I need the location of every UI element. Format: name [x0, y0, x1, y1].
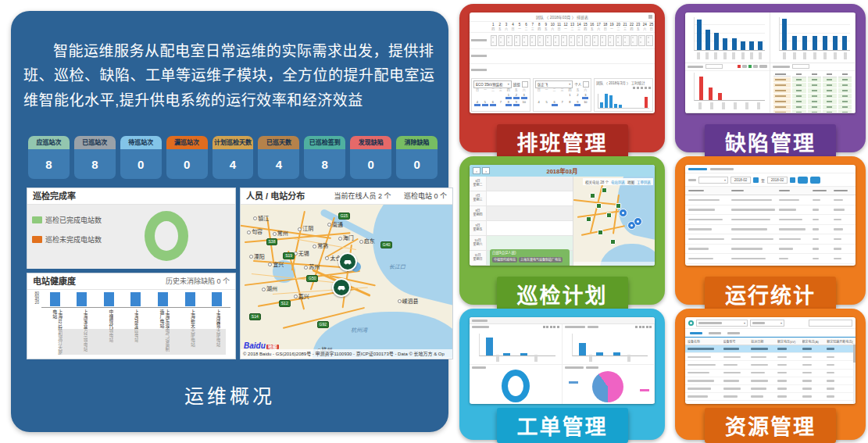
calendar-day: 3六 — [503, 22, 509, 32]
tile-plan[interactable]: ‹ › 2018年03月 6日星期二7日星期三8日星期四9日星期五10日星期六1… — [459, 156, 665, 305]
defect-screenshot — [685, 13, 855, 113]
chart-bar — [749, 41, 754, 50]
car-icon — [343, 257, 352, 266]
tab-map[interactable]: 地图 — [627, 180, 634, 184]
tile-workorder[interactable]: 工单管理 — [459, 309, 665, 440]
datazoom-band[interactable] — [59, 329, 226, 355]
query-button[interactable] — [798, 177, 808, 184]
shift-bar — [513, 104, 520, 106]
chart-bar — [579, 343, 586, 355]
shift-bar — [582, 97, 588, 99]
event-station-badge: 中福现代城电站 — [492, 257, 517, 263]
tile-defect[interactable]: 缺陷管理 — [675, 4, 866, 152]
y-axis: 80604020 — [29, 291, 39, 304]
person-select[interactable]: 张正飞▾ — [535, 80, 573, 88]
tile-schedule[interactable]: 团队 〈 2018年03月 〉 排班表 1四2五3六4日5一6二7三8四9五10… — [459, 4, 665, 152]
chart-toolbar — [635, 326, 652, 328]
date-cell: 7日星期三 — [470, 191, 487, 205]
calendar-day: 6二 — [523, 22, 529, 32]
stat-value: 0 — [120, 149, 162, 179]
team-select[interactable]: ECO 35kV预装柜▾ — [473, 80, 512, 88]
station-select[interactable]: ▾ — [698, 177, 728, 184]
tab-workorder-list[interactable]: 工单列表 — [637, 180, 651, 184]
table-row[interactable] — [685, 345, 855, 353]
legend-label: 巡检未完成电站数 — [45, 236, 102, 244]
calendar-cell: 1 — [505, 93, 513, 100]
calendar-icon[interactable] — [583, 81, 589, 88]
date-to-input[interactable]: 2018-02 — [767, 177, 788, 184]
plan-map[interactable]: 相关电站 28 个 电站列表 地图 工单列表 — [573, 177, 655, 266]
chart-bar — [600, 102, 603, 108]
workorder-titlebar — [470, 317, 655, 324]
stat-label: 待巡站次 — [120, 136, 162, 149]
panel-title: 人员 / 电站分布 — [246, 188, 305, 204]
table-row — [685, 225, 855, 235]
shift-cell — [608, 35, 614, 46]
export-button[interactable] — [810, 177, 820, 184]
shift-cell — [630, 35, 637, 46]
scrollbar[interactable] — [853, 343, 855, 404]
date-cell: 6日星期二 — [470, 177, 487, 191]
shift-bar — [490, 104, 496, 106]
stat-label: 漏巡站次 — [166, 136, 208, 149]
calendar-cell — [551, 93, 559, 100]
calendar-icon[interactable] — [790, 177, 795, 183]
table-row — [685, 245, 855, 255]
year-select[interactable] — [705, 64, 723, 69]
calendar-cell — [559, 93, 566, 100]
calendar-icon[interactable] — [522, 81, 528, 88]
search-input[interactable] — [809, 320, 852, 327]
calendar-day: 14三 — [576, 22, 582, 32]
personnel-marker[interactable] — [338, 252, 357, 271]
table-row — [685, 264, 855, 266]
inspection-event[interactable]: 白班9点(2人班) 中福现代城电站 上海东渡电气设备制造厂电站 — [490, 249, 570, 266]
tab[interactable] — [727, 332, 740, 334]
chart-bar — [823, 36, 827, 49]
health-bar — [212, 292, 222, 306]
table-row — [685, 401, 855, 404]
calendar-icon[interactable] — [753, 177, 759, 183]
map-city-label: 嘉兴 — [294, 292, 309, 300]
tile-operation-stats[interactable]: ▾ 2018-02 至 2018-02 运行统计 — [675, 156, 866, 305]
stat-value: 8 — [304, 149, 345, 179]
shift-bar — [482, 104, 488, 106]
calendar-day: 17六 — [595, 22, 602, 32]
month-select[interactable] — [792, 64, 809, 69]
tab-station-list[interactable]: 电站列表 — [611, 180, 625, 184]
column-header: 设备型号 — [723, 339, 752, 344]
stat-value: 8 — [74, 149, 116, 179]
tab[interactable] — [709, 332, 721, 334]
shift-cell — [577, 35, 583, 46]
event-station-badge: 上海东渡电气设备制造厂电站 — [519, 257, 563, 263]
map-city-label: 无锡 — [294, 249, 309, 257]
calendar-day-strip: 1四2五3六4日5一6二7三8四9五10六11日12一13二14三15四16五1… — [490, 22, 655, 32]
chart-bar — [605, 94, 608, 108]
stat-value: 8 — [28, 149, 70, 179]
date-from-input[interactable]: 2018-02 — [730, 177, 751, 184]
road-badge: S12 — [279, 300, 291, 307]
refresh-icon[interactable] — [688, 320, 694, 326]
personnel-marker[interactable] — [332, 278, 351, 297]
date-cell: 11日星期日 — [470, 251, 487, 265]
chart-bar — [792, 36, 797, 49]
date-cell: 10日星期六 — [470, 236, 487, 250]
tile-resource[interactable]: ▾ ▾ 设备名称设备型号投运日期额定电压(kV)额定电流(A)额定短路开断电流(… — [675, 309, 866, 440]
chart-bar — [802, 36, 807, 49]
tile-label-defect: 缺陷管理 — [705, 124, 836, 159]
device-type-select[interactable]: ▾ — [750, 320, 784, 327]
calendar-day: 12一 — [563, 22, 569, 32]
team-calendar: ECO 35kV预装柜▾ 班组 日一二三四五六 12345678910 — [471, 78, 530, 112]
calendar-day: 25日 — [648, 22, 655, 32]
slide: 智能运维服务从配电室日常运维的实际需求出发，提供排班、巡检、缺陷、工单等运维子模… — [0, 0, 868, 443]
history-defect-note: 历史未消除缺陷 0 个 — [166, 273, 230, 289]
schedule-screenshot: 团队 〈 2018年03月 〉 排班表 1四2五3六4日5一6二7三8四9五10… — [470, 13, 655, 113]
station-select[interactable]: ▾ — [696, 320, 748, 327]
calendar-cell: 6 — [551, 100, 559, 107]
shift-cell — [638, 35, 645, 46]
tab-active[interactable] — [690, 332, 702, 334]
baidu-map[interactable]: 镇江 句容 常州 江阴 南通 海门 启东 常熟 无锡 太仓 苏州 宜兴 溧阳 湖… — [241, 205, 452, 358]
calendar-day: 13二 — [569, 22, 575, 32]
shift-cell — [545, 35, 552, 46]
completion-rate-panel: 巡检完成率 巡检已完成电站数 巡检未完成电站数 — [27, 188, 236, 269]
table-row — [773, 94, 852, 98]
